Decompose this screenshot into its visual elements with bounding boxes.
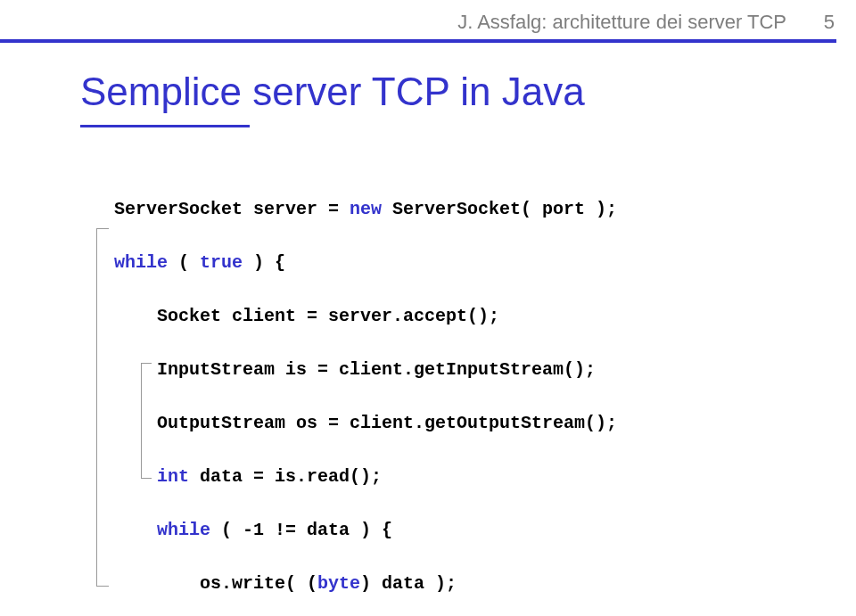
page-number: 5	[824, 11, 835, 33]
slide-title: Semplice server TCP in Java	[80, 70, 585, 114]
title-underline	[80, 125, 250, 127]
code-line: OutputStream os = client.getOutputStream…	[114, 410, 617, 437]
code-block: ServerSocket server = new ServerSocket( …	[114, 169, 617, 616]
code-line: InputStream is = client.getInputStream()…	[114, 357, 617, 383]
code-line: while ( -1 != data ) {	[114, 517, 617, 544]
header-text: J. Assfalg: architetture dei server TCP	[457, 11, 786, 33]
code-line: os.write( (byte) data );	[114, 571, 617, 597]
code-bracket-outer	[96, 228, 109, 587]
code-line: Socket client = server.accept();	[114, 303, 617, 330]
code-line: while ( true ) {	[114, 250, 617, 276]
header-rule	[0, 39, 836, 43]
code-line: ServerSocket server = new ServerSocket( …	[114, 196, 617, 223]
code-line: int data = is.read();	[114, 464, 617, 490]
page-header: J. Assfalg: architetture dei server TCP …	[457, 11, 835, 34]
